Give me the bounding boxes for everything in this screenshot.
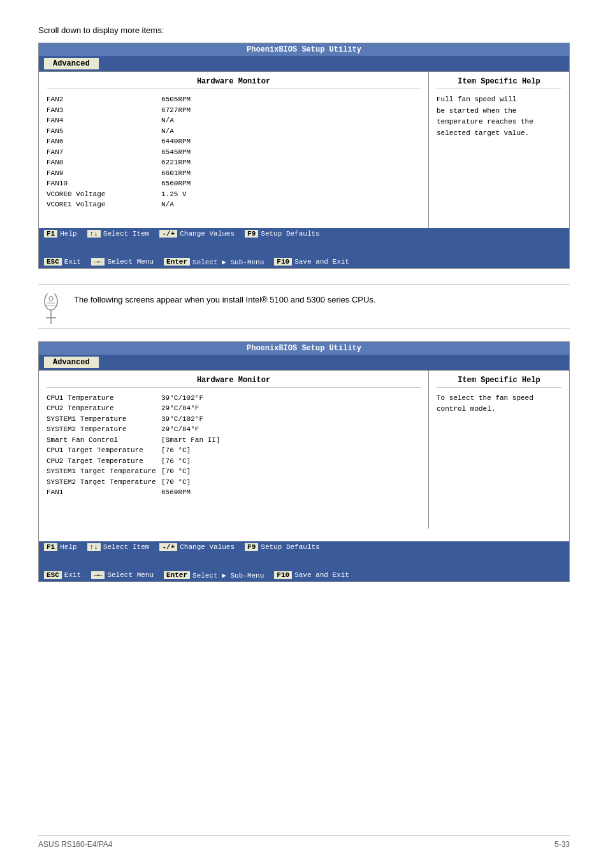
footer-desc: Select Menu — [107, 258, 154, 266]
footer-key: -/+ — [159, 543, 177, 551]
footer-key: ↑↓ — [87, 230, 101, 238]
bios-tab-advanced-2[interactable]: Advanced — [44, 357, 99, 368]
bios2-help-text: To select the fan speed control model. — [437, 393, 561, 415]
footer-key: F10 — [274, 571, 292, 579]
footer-desc: Change Values — [180, 230, 235, 238]
footer-right: 5-33 — [554, 840, 570, 849]
row-value: 6221RPM — [161, 157, 191, 168]
table-row: FAN76545RPM — [47, 147, 421, 158]
row-label: FAN10 — [47, 178, 161, 189]
footer-key: -/+ — [159, 230, 177, 238]
footer-key: ESC — [44, 571, 62, 579]
bios-tab-bar-2: Advanced — [39, 355, 569, 370]
footer-key: F9 — [245, 230, 258, 238]
row-label: VCORE1 Voltage — [47, 199, 161, 210]
row-label: SYSTEM1 Temperature — [47, 414, 161, 425]
footer-desc: Select ▶ Sub-Menu — [192, 571, 264, 580]
row-value: [76 °C] — [161, 456, 191, 467]
bios-main-2: Hardware Monitor CPU1 Temperature39°C/10… — [39, 370, 569, 529]
bios-section-header-right-2: Item Specific Help — [437, 376, 561, 388]
intro-text: Scroll down to display more items: — [38, 25, 570, 35]
footer-key: Enter — [164, 571, 190, 579]
footer-desc: Save and Exit — [294, 571, 349, 579]
bios-title-bar-2: PhoenixBIOS Setup Utility — [39, 342, 569, 355]
row-label: FAN9 — [47, 168, 161, 179]
row-label: FAN4 — [47, 115, 161, 126]
row-label: FAN6 — [47, 136, 161, 147]
note-icon — [38, 294, 64, 319]
footer-key: ESC — [44, 258, 62, 266]
table-row: VCORE0 Voltage1.25 V — [47, 189, 421, 200]
footer-key: F9 — [245, 543, 258, 551]
row-label: FAN5 — [47, 126, 161, 137]
footer-left: ASUS RS160-E4/PA4 — [38, 840, 113, 849]
page-content: Scroll down to display more items: Phoen… — [38, 25, 570, 674]
note-text: The following screens appear when you in… — [74, 294, 376, 306]
row-value: 6440RPM — [161, 136, 191, 147]
row-value: N/A — [161, 126, 174, 137]
bios-section-header-left-1: Hardware Monitor — [47, 77, 421, 89]
row-label: FAN1 — [47, 487, 161, 498]
bios-title-bar-1: PhoenixBIOS Setup Utility — [39, 43, 569, 56]
bios-footer-1: F1Help↑↓Select Item-/+Change ValuesF9Set… — [39, 228, 569, 268]
table-row: SYSTEM1 Temperature39°C/102°F — [47, 414, 421, 425]
table-row: CPU2 Target Temperature[76 °C] — [47, 456, 421, 467]
footer-item: F10Save and Exit — [274, 571, 349, 580]
bios-tab-bar-1: Advanced — [39, 56, 569, 71]
footer-item: -/+Change Values — [159, 230, 235, 238]
row-label: CPU2 Temperature — [47, 403, 161, 414]
bios-left-2: Hardware Monitor CPU1 Temperature39°C/10… — [39, 371, 429, 529]
footer-item: F10Save and Exit — [274, 258, 349, 266]
footer-item: →←Select Menu — [91, 571, 154, 580]
bios-screen-2: PhoenixBIOS Setup Utility Advanced Hardw… — [38, 341, 570, 582]
footer-item: ↑↓Select Item — [87, 230, 150, 238]
table-row: FAN16569RPM — [47, 487, 421, 498]
footer-desc: Exit — [64, 258, 81, 266]
table-row: SYSTEM1 Target Temperature[70 °C] — [47, 466, 421, 477]
row-value: 6727RPM — [161, 105, 191, 116]
table-row: FAN96601RPM — [47, 168, 421, 179]
row-value: [70 °C] — [161, 466, 191, 477]
row-value: 6601RPM — [161, 168, 191, 179]
footer-desc: Select Item — [103, 543, 150, 551]
footer-item: -/+Change Values — [159, 543, 235, 551]
footer-desc: Exit — [64, 571, 81, 579]
row-label: FAN3 — [47, 105, 161, 116]
row-label: CPU1 Target Temperature — [47, 445, 161, 456]
table-row: FAN106560RPM — [47, 178, 421, 189]
footer-desc: Change Values — [180, 543, 235, 551]
footer-desc: Select Item — [103, 230, 150, 238]
footer-desc: Save and Exit — [294, 258, 349, 266]
table-row: SYSTEM2 Target Temperature[70 °C] — [47, 477, 421, 488]
table-row: FAN26505RPM — [47, 94, 421, 105]
footer-item: F1Help — [44, 230, 77, 238]
bios-left-1: Hardware Monitor FAN26505RPMFAN36727RPMF… — [39, 72, 429, 228]
table-row: FAN4N/A — [47, 115, 421, 126]
row-value: N/A — [161, 115, 174, 126]
row-label: SYSTEM2 Target Temperature — [47, 477, 161, 488]
row-value: 39°C/102°F — [161, 393, 203, 404]
footer-item: F1Help — [44, 543, 77, 551]
footer-desc: Help — [60, 543, 76, 551]
bios2-rows: CPU1 Temperature39°C/102°FCPU2 Temperatu… — [47, 393, 421, 498]
footer-desc: Setup Defaults — [261, 543, 319, 551]
footer-key: F1 — [44, 543, 57, 551]
row-label: CPU2 Target Temperature — [47, 456, 161, 467]
row-label: FAN7 — [47, 147, 161, 158]
row-value: 6569RPM — [161, 487, 191, 498]
footer-item: EnterSelect ▶ Sub-Menu — [164, 571, 264, 580]
row-label: FAN8 — [47, 157, 161, 168]
row-value: 29°C/84°F — [161, 424, 199, 435]
footer-item: ESCExit — [44, 571, 81, 580]
table-row: FAN5N/A — [47, 126, 421, 137]
footer-key: ↑↓ — [87, 543, 101, 551]
page-footer: ASUS RS160-E4/PA4 5-33 — [38, 836, 570, 849]
bios-tab-advanced-1[interactable]: Advanced — [44, 58, 99, 69]
bios-footer-2: F1Help↑↓Select Item-/+Change ValuesF9Set… — [39, 541, 569, 581]
footer-item: ↑↓Select Item — [87, 543, 150, 551]
row-label: CPU1 Temperature — [47, 393, 161, 404]
note-section: The following screens appear when you in… — [38, 284, 570, 329]
row-label: VCORE0 Voltage — [47, 189, 161, 200]
bios-right-1: Item Specific Help Full fan speed will b… — [429, 72, 569, 228]
bios-section-header-left-2: Hardware Monitor — [47, 376, 421, 388]
